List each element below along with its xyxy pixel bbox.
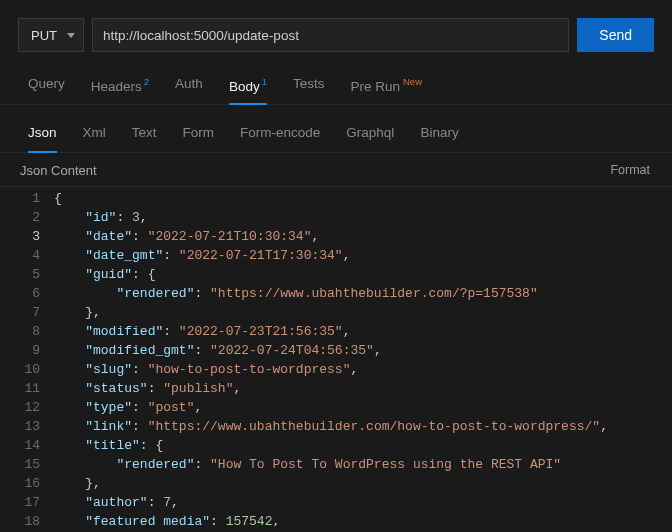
code-line: "author": 7,	[54, 493, 672, 512]
line-number: 8	[0, 322, 40, 341]
line-number: 1	[0, 189, 40, 208]
primary-tabs: QueryHeaders2AuthBody1TestsPre RunNew	[0, 62, 672, 105]
line-number: 10	[0, 360, 40, 379]
code-line: "guid": {	[54, 265, 672, 284]
body-tab-xml[interactable]: Xml	[83, 121, 106, 152]
content-title: Json Content	[20, 163, 97, 178]
code-line: "link": "https://www.ubahthebuilder.com/…	[54, 417, 672, 436]
code-line: "id": 3,	[54, 208, 672, 227]
code-line: "featured_media": 157542,	[54, 512, 672, 526]
code-line: },	[54, 474, 672, 493]
tab-pre-run[interactable]: Pre RunNew	[350, 70, 422, 104]
line-number: 11	[0, 379, 40, 398]
line-number: 5	[0, 265, 40, 284]
url-input[interactable]	[92, 18, 569, 52]
code-line: "date_gmt": "2022-07-21T17:30:34",	[54, 246, 672, 265]
body-tab-graphql[interactable]: Graphql	[346, 121, 394, 152]
new-badge: New	[403, 76, 422, 87]
tab-auth[interactable]: Auth	[175, 70, 203, 104]
body-type-tabs: JsonXmlTextFormForm-encodeGraphqlBinary	[0, 105, 672, 153]
badge: 2	[144, 76, 149, 87]
code-line: "rendered": "https://www.ubahthebuilder.…	[54, 284, 672, 303]
code-line: "title": {	[54, 436, 672, 455]
line-number: 12	[0, 398, 40, 417]
line-number: 14	[0, 436, 40, 455]
line-number-gutter: 123456789101112131415161718	[0, 189, 54, 526]
code-line: "status": "publish",	[54, 379, 672, 398]
code-line: "date": "2022-07-21T10:30:34",	[54, 227, 672, 246]
code-line: "slug": "how-to-post-to-wordpress",	[54, 360, 672, 379]
format-button[interactable]: Format	[610, 163, 650, 177]
line-number: 2	[0, 208, 40, 227]
body-tab-form[interactable]: Form	[183, 121, 215, 152]
method-select[interactable]: PUT	[18, 18, 84, 52]
line-number: 7	[0, 303, 40, 322]
tab-tests[interactable]: Tests	[293, 70, 325, 104]
line-number: 15	[0, 455, 40, 474]
request-bar: PUT Send	[0, 0, 672, 62]
body-tab-form-encode[interactable]: Form-encode	[240, 121, 320, 152]
tab-query[interactable]: Query	[28, 70, 65, 104]
tab-headers[interactable]: Headers2	[91, 70, 149, 104]
content-header: Json Content Format	[0, 153, 672, 186]
tab-body[interactable]: Body1	[229, 70, 267, 104]
line-number: 17	[0, 493, 40, 512]
line-number: 13	[0, 417, 40, 436]
body-tab-text[interactable]: Text	[132, 121, 157, 152]
chevron-down-icon	[67, 33, 75, 38]
method-value: PUT	[31, 28, 57, 43]
line-number: 4	[0, 246, 40, 265]
code-area[interactable]: { "id": 3, "date": "2022-07-21T10:30:34"…	[54, 189, 672, 526]
badge: 1	[262, 76, 267, 87]
code-line: "rendered": "How To Post To WordPress us…	[54, 455, 672, 474]
code-line: "type": "post",	[54, 398, 672, 417]
body-tab-json[interactable]: Json	[28, 121, 57, 152]
line-number: 16	[0, 474, 40, 493]
line-number: 9	[0, 341, 40, 360]
editor[interactable]: 123456789101112131415161718 { "id": 3, "…	[0, 186, 672, 526]
code-line: "modified": "2022-07-23T21:56:35",	[54, 322, 672, 341]
code-line: },	[54, 303, 672, 322]
line-number: 3	[0, 227, 40, 246]
line-number: 6	[0, 284, 40, 303]
line-number: 18	[0, 512, 40, 526]
send-button[interactable]: Send	[577, 18, 654, 52]
code-line: "modified_gmt": "2022-07-24T04:56:35",	[54, 341, 672, 360]
code-line: {	[54, 189, 672, 208]
body-tab-binary[interactable]: Binary	[420, 121, 458, 152]
